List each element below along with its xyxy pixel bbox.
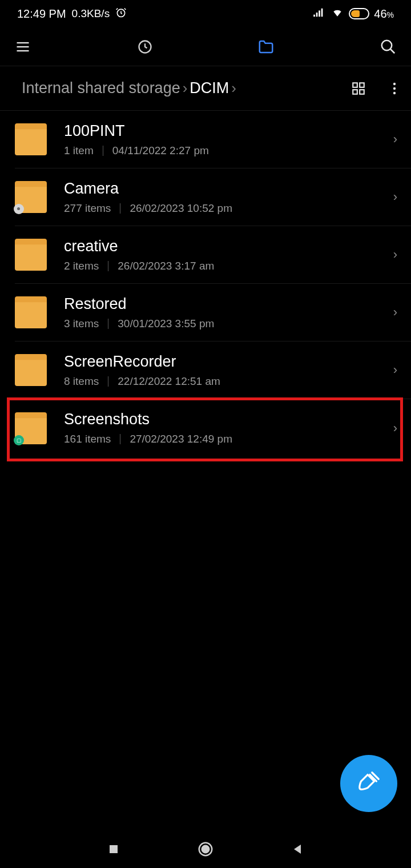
svg-point-20	[202, 846, 209, 853]
folder-icon	[15, 181, 47, 213]
battery-percent: 46%	[374, 7, 394, 21]
folder-date: 22/12/2022 12:51 am	[118, 375, 220, 388]
folder-icon	[15, 123, 47, 155]
folder-item-count: 8 items	[64, 375, 99, 388]
separator	[108, 261, 108, 271]
svg-point-15	[393, 82, 396, 85]
back-nav-icon[interactable]	[291, 842, 304, 858]
system-nav-bar	[0, 833, 411, 868]
clean-fab-button[interactable]	[340, 755, 397, 812]
chevron-right-icon: ›	[393, 190, 397, 204]
recents-tab-icon[interactable]	[136, 38, 154, 56]
chevron-right-icon: ›	[393, 421, 397, 436]
svg-rect-12	[360, 83, 364, 87]
status-bar: 12:49 PM 0.3KB/s 46%	[0, 0, 411, 27]
svg-rect-18	[110, 845, 118, 853]
broom-icon	[356, 769, 382, 798]
separator	[103, 146, 103, 156]
folder-item-count: 277 items	[64, 202, 111, 215]
wifi-icon	[331, 7, 344, 21]
signal-icon	[313, 7, 326, 21]
svg-point-16	[393, 87, 396, 89]
folder-date: 26/02/2023 3:17 am	[118, 260, 214, 272]
status-speed: 0.3KB/s	[72, 7, 110, 20]
svg-rect-13	[353, 90, 357, 94]
svg-point-9	[382, 40, 392, 50]
folder-icon	[15, 354, 47, 386]
folder-row[interactable]: 100PINT 1 item 04/11/2022 2:27 pm ›	[15, 111, 411, 168]
folder-date: 30/01/2023 3:55 pm	[118, 318, 214, 330]
breadcrumb-root[interactable]: Internal shared storage	[22, 79, 180, 97]
folder-icon	[15, 239, 47, 271]
folder-name: 100PINT	[64, 122, 393, 140]
screenshot-badge-icon: ▢	[14, 435, 24, 445]
battery-icon	[349, 8, 369, 19]
folder-item-count: 2 items	[64, 260, 99, 272]
svg-rect-1	[313, 14, 315, 17]
svg-rect-3	[319, 10, 320, 17]
folder-item-count: 1 item	[64, 144, 94, 157]
separator	[108, 376, 108, 387]
folder-icon: ▢	[15, 412, 47, 444]
separator	[120, 203, 120, 214]
more-options-icon[interactable]	[392, 79, 397, 98]
folder-list: 100PINT 1 item 04/11/2022 2:27 pm › Came…	[0, 111, 411, 457]
alarm-icon	[115, 7, 127, 21]
search-icon[interactable]	[379, 38, 397, 56]
separator	[108, 319, 108, 329]
folder-name: Restored	[64, 295, 393, 313]
folder-name: Screenshots	[64, 411, 393, 428]
folder-item-count: 3 items	[64, 318, 99, 330]
folder-row[interactable]: Camera 277 items 26/02/2023 10:52 pm ›	[15, 168, 411, 226]
breadcrumb[interactable]: Internal shared storage › DCIM ›	[22, 79, 236, 97]
chevron-right-icon: ›	[393, 363, 397, 377]
folder-row[interactable]: Restored 3 items 30/01/2023 3:55 pm ›	[15, 284, 411, 341]
folder-name: creative	[64, 238, 393, 255]
svg-rect-4	[321, 8, 323, 16]
folder-icon	[15, 296, 47, 328]
svg-rect-11	[353, 83, 357, 87]
chevron-right-icon: ›	[231, 79, 236, 97]
folder-item-count: 161 items	[64, 433, 111, 445]
folder-name: ScreenRecorder	[64, 353, 393, 371]
chevron-right-icon: ›	[183, 79, 188, 97]
chevron-right-icon: ›	[393, 305, 397, 320]
folder-row[interactable]: creative 2 items 26/02/2023 3:17 am ›	[15, 226, 411, 284]
home-nav-icon[interactable]	[197, 841, 214, 860]
folder-date: 26/02/2023 10:52 pm	[130, 202, 232, 215]
camera-badge-icon	[14, 204, 24, 214]
hamburger-icon[interactable]	[14, 38, 32, 56]
recents-nav-icon[interactable]	[107, 842, 120, 858]
status-time: 12:49 PM	[17, 7, 66, 21]
separator	[120, 434, 120, 444]
app-bar	[0, 27, 411, 66]
svg-point-17	[393, 91, 396, 94]
folder-date: 27/02/2023 12:49 pm	[130, 433, 232, 445]
chevron-right-icon: ›	[393, 132, 397, 147]
breadcrumb-current: DCIM	[190, 79, 229, 97]
folder-row[interactable]: ScreenRecorder 8 items 22/12/2022 12:51 …	[15, 341, 411, 399]
svg-rect-2	[316, 13, 318, 17]
folders-tab-icon[interactable]	[257, 38, 275, 56]
grid-view-icon[interactable]	[349, 79, 368, 98]
svg-rect-14	[360, 90, 364, 94]
svg-line-10	[390, 49, 395, 53]
breadcrumb-bar: Internal shared storage › DCIM ›	[0, 66, 411, 111]
folder-row[interactable]: ▢ Screenshots 161 items 27/02/2023 12:49…	[15, 399, 411, 457]
folder-date: 04/11/2022 2:27 pm	[112, 144, 209, 157]
folder-name: Camera	[64, 180, 393, 198]
chevron-right-icon: ›	[393, 247, 397, 262]
